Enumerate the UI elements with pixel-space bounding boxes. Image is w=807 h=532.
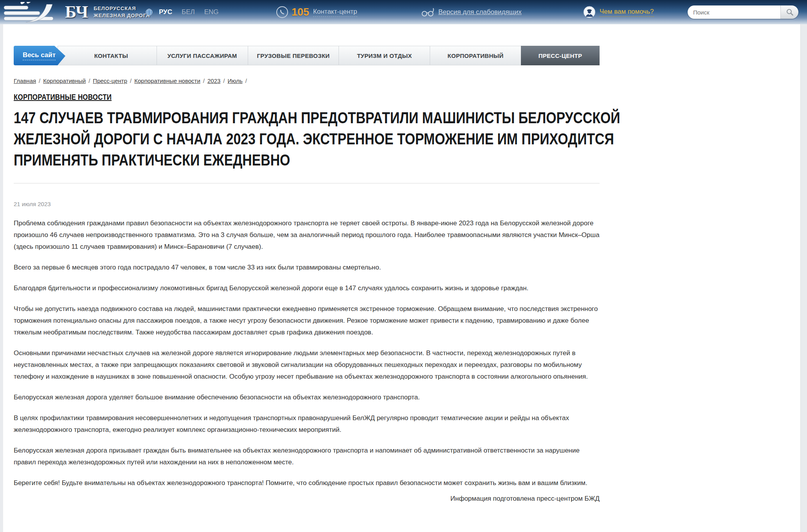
breadcrumb-corporate[interactable]: Корпоративный [43,77,86,84]
glasses-icon [421,7,434,17]
site-search [688,5,798,19]
article-paragraph: Белорусская железная дорога призывает гр… [14,445,600,468]
article-paragraph: Чтобы не допустить наезда подвижного сос… [14,303,600,338]
help-link[interactable]: Чем вам помочь? [600,8,654,17]
article-title: 147 СЛУЧАЕВ ТРАВМИРОВАНИЯ ГРАЖДАН ПРЕДОТ… [14,107,600,171]
article-paragraph: Благодаря бдительности и профессионализм… [14,282,600,294]
logo-abbr: БЧ [65,4,88,21]
nav-tourism[interactable]: ТУРИЗМ И ОТДЫХ [339,46,430,65]
help-widget: Чем вам помочь? [583,0,654,24]
bch-logo[interactable]: БЧ БЕЛОРУССКАЯ ЖЕЛЕЗНАЯ ДОРОГА [3,0,150,24]
breadcrumb-press-center[interactable]: Пресс-центр [93,77,127,84]
nav-passenger-services[interactable]: УСЛУГИ ПАССАЖИРАМ [157,46,248,65]
lang-bel[interactable]: БЕЛ [182,8,195,16]
phone-icon [276,6,288,18]
article-paragraph: Проблема соблюдения гражданами правил бе… [14,217,600,253]
nav-items: КОНТАКТЫ УСЛУГИ ПАССАЖИРАМ ГРУЗОВЫЕ ПЕРЕ… [58,46,600,65]
globe-icon [146,9,153,16]
article-paragraph: В целях профилактики травмирования несов… [14,412,600,436]
lang-rus[interactable]: РУС [159,8,172,16]
breadcrumb-2023[interactable]: 2023 [207,77,220,84]
section-corporate-news-link[interactable]: КОРПОРАТИВНЫЕ НОВОСТИ [14,93,112,102]
search-button[interactable] [780,5,798,19]
accessibility-version: Версия для слабовидящих [421,0,522,24]
search-input[interactable] [688,5,780,19]
article-paragraph: Основными причинами несчастных случаев н… [14,347,600,383]
lang-eng[interactable]: ENG [204,8,219,16]
contact-number: 105 [292,6,309,18]
article-paragraph: Белорусская железная дорога уделяет боль… [14,392,600,403]
nav-press-center[interactable]: ПРЕСС-ЦЕНТР [521,46,600,65]
breadcrumb: Главная/Корпоративный/Пресс-центр/Корпор… [14,77,600,84]
main-navigation: Весь сайт КОНТАКТЫ УСЛУГИ ПАССАЖИРАМ ГРУ… [14,46,600,65]
article-paragraph: Берегите себя! Будьте внимательны на объ… [14,477,600,489]
breadcrumb-july[interactable]: Июль [228,77,243,84]
article-source-note: Информация подготовлена пресс-центром БЖ… [14,493,600,505]
article: КОРПОРАТИВНЫЕ НОВОСТИ 147 СЛУЧАЕВ ТРАВМИ… [14,84,600,505]
nav-contacts[interactable]: КОНТАКТЫ [66,46,157,65]
nav-freight[interactable]: ГРУЗОВЫЕ ПЕРЕВОЗКИ [248,46,339,65]
contact-center-link[interactable]: Контакт-центр [313,8,357,17]
article-date: 21 июля 2023 [14,201,600,207]
conductor-avatar-icon [583,6,596,18]
accessibility-link[interactable]: Версия для слабовидящих [438,8,522,16]
content-sheet: Весь сайт КОНТАКТЫ УСЛУГИ ПАССАЖИРАМ ГРУ… [3,24,801,532]
magnifier-icon [786,8,794,16]
top-header-bar: БЧ БЕЛОРУССКАЯ ЖЕЛЕЗНАЯ ДОРОГА РУС БЕЛ E… [0,0,807,24]
language-switcher: РУС БЕЛ ENG [146,0,228,24]
title-divider [14,183,600,183]
bch-logo-mark-icon [3,2,63,22]
breadcrumb-corporate-news[interactable]: Корпоративные новости [134,77,200,84]
article-paragraph: Всего за первые 6 месяцев этого года пос… [14,262,600,273]
breadcrumb-home[interactable]: Главная [14,77,36,84]
contact-center: 105 Контакт-центр [276,0,357,24]
nav-corporate[interactable]: КОРПОРАТИВНЫЙ [430,46,521,65]
logo-name: БЕЛОРУССКАЯ ЖЕЛЕЗНАЯ ДОРОГА [94,5,150,19]
